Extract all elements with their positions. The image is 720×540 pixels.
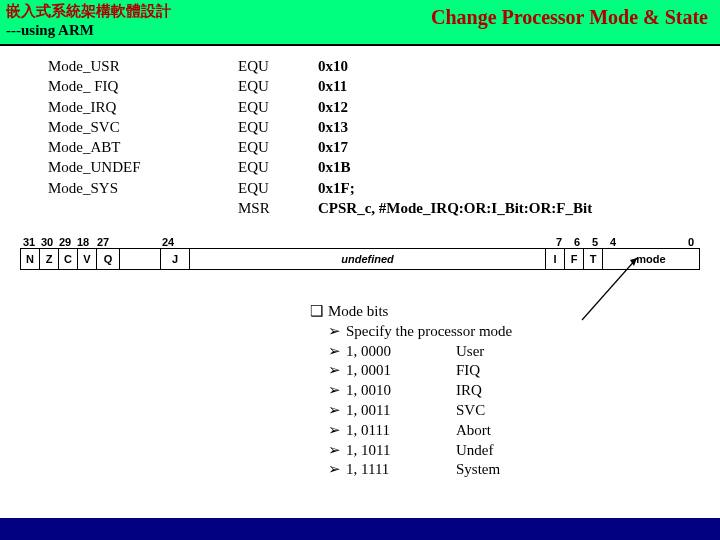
code-op: EQU <box>238 157 318 177</box>
reg-cell: I <box>546 249 565 269</box>
mode-bits-row: ➢1, 1111System <box>310 460 720 480</box>
code-label: Mode_UNDEF <box>48 157 238 177</box>
bit-num: 30 <box>38 236 56 248</box>
bit-num: 4 <box>604 236 622 248</box>
bit-num <box>114 236 154 248</box>
bit-num <box>622 236 652 248</box>
register-box: NZCVQJundefinedIFTmode <box>20 248 700 270</box>
reg-cell: mode <box>603 249 699 269</box>
reg-cell-undefined: undefined <box>190 249 546 269</box>
code-val: 0x11 <box>318 76 720 96</box>
bit-num: 6 <box>568 236 586 248</box>
code-op: EQU <box>238 56 318 76</box>
slide-header: 嵌入式系統架構軟體設計 ---using ARM Change Processo… <box>0 0 720 46</box>
mode-bits-row: ➢1, 0011SVC <box>310 401 720 421</box>
code-label: Mode_SVC <box>48 117 238 137</box>
code-row: Mode_ FIQEQU0x11 <box>48 76 720 96</box>
code-val: 0x1B <box>318 157 720 177</box>
code-row: Mode_SYSEQU0x1F; <box>48 178 720 198</box>
code-op: EQU <box>238 117 318 137</box>
bit-num <box>652 236 682 248</box>
title-cjk: 嵌入式系統架構軟體設計 <box>6 2 171 21</box>
code-block: Mode_USREQU0x10Mode_ FIQEQU0x11Mode_IRQE… <box>48 56 720 218</box>
code-val: 0x1F; <box>318 178 720 198</box>
code-row: Mode_IRQEQU0x12 <box>48 97 720 117</box>
reg-cell: C <box>59 249 78 269</box>
code-row: Mode_USREQU0x10 <box>48 56 720 76</box>
code-row: MSRCPSR_c, #Mode_IRQ:OR:I_Bit:OR:F_Bit <box>48 198 720 218</box>
reg-cell: F <box>565 249 584 269</box>
code-op: EQU <box>238 76 318 96</box>
bit-num: 0 <box>682 236 700 248</box>
bit-number-row: 31302918272476540 <box>20 236 700 248</box>
mode-bits-list: ❑Mode bits➢Specify the processor mode➢1,… <box>310 302 720 480</box>
reg-cell <box>120 249 161 269</box>
code-label: Mode_SYS <box>48 178 238 198</box>
bit-num: 18 <box>74 236 92 248</box>
footer-bar <box>0 518 720 540</box>
header-left: 嵌入式系統架構軟體設計 ---using ARM <box>6 2 171 40</box>
code-label: Mode_IRQ <box>48 97 238 117</box>
mode-bits-row: ➢1, 1011Undef <box>310 441 720 461</box>
cpsr-register-diagram: 31302918272476540 NZCVQJundefinedIFTmode <box>20 236 700 270</box>
mode-bits-row: ➢1, 0111Abort <box>310 421 720 441</box>
header-right: Change Processor Mode & State <box>431 2 714 29</box>
reg-cell: J <box>161 249 190 269</box>
bit-num: 27 <box>92 236 114 248</box>
code-label: Mode_ FIQ <box>48 76 238 96</box>
code-op: EQU <box>238 97 318 117</box>
code-label: Mode_ABT <box>48 137 238 157</box>
code-label <box>48 198 238 218</box>
bit-num: 7 <box>550 236 568 248</box>
mode-bits-row: ➢1, 0000User <box>310 342 720 362</box>
code-val: 0x12 <box>318 97 720 117</box>
mode-bits-heading: ❑Mode bits <box>310 302 720 322</box>
code-row: Mode_SVCEQU0x13 <box>48 117 720 137</box>
reg-cell: Q <box>97 249 120 269</box>
bit-num: 31 <box>20 236 38 248</box>
subtitle: ---using ARM <box>6 21 171 40</box>
mode-bits-row: ➢1, 0001FIQ <box>310 361 720 381</box>
mode-bits-row: ➢1, 0010IRQ <box>310 381 720 401</box>
code-label: Mode_USR <box>48 56 238 76</box>
code-op: EQU <box>238 178 318 198</box>
code-op: MSR <box>238 198 318 218</box>
reg-cell: V <box>78 249 97 269</box>
bit-num: 24 <box>154 236 182 248</box>
reg-cell: N <box>21 249 40 269</box>
code-row: Mode_ABTEQU0x17 <box>48 137 720 157</box>
bit-num: 5 <box>586 236 604 248</box>
mode-bits-desc: ➢Specify the processor mode <box>310 322 720 342</box>
code-op: EQU <box>238 137 318 157</box>
bit-num: 29 <box>56 236 74 248</box>
code-val: 0x17 <box>318 137 720 157</box>
code-val: 0x13 <box>318 117 720 137</box>
code-val: CPSR_c, #Mode_IRQ:OR:I_Bit:OR:F_Bit <box>318 198 720 218</box>
code-row: Mode_UNDEFEQU0x1B <box>48 157 720 177</box>
reg-cell: T <box>584 249 603 269</box>
reg-cell: Z <box>40 249 59 269</box>
code-val: 0x10 <box>318 56 720 76</box>
